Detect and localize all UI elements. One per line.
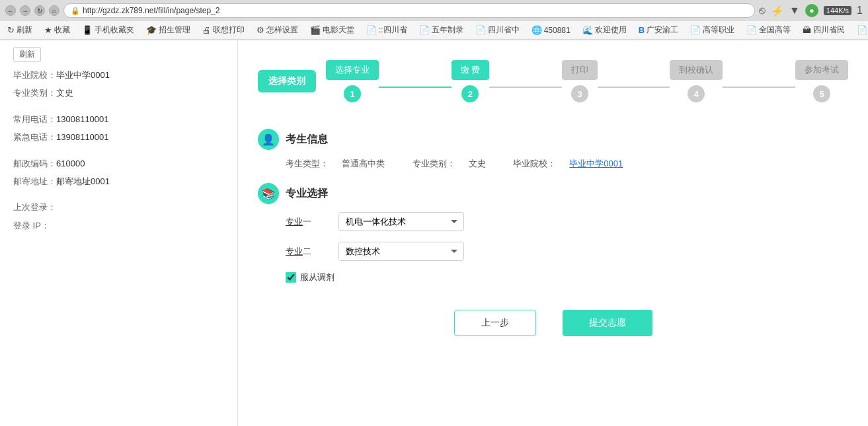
main-content: 选择类别 选择专业 1 缴 费 2 打印 3	[238, 40, 868, 426]
sidebar-postcode-value: 610000	[56, 159, 85, 168]
bm-refresh[interactable]: ↻ 刷新	[4, 23, 36, 37]
bm-guangan-label: 广安渝工	[647, 24, 678, 36]
bm-recruit-label: 招生管理	[159, 24, 190, 36]
wave-icon: 🌊	[582, 25, 593, 35]
step-progress: 选择类别 选择专业 1 缴 费 2 打印 3	[258, 53, 848, 109]
step-circle-3: 3	[571, 85, 588, 102]
b-icon: B	[639, 25, 645, 35]
bm-450881[interactable]: 🌐 450881	[528, 24, 574, 36]
lightning-icon[interactable]: ⚡	[771, 5, 784, 17]
step-label-5: 参加考试	[795, 60, 848, 80]
obey-checkbox[interactable]	[286, 272, 296, 283]
star-icon: ★	[44, 25, 52, 35]
bm-sichuan[interactable]: 📄 ::四川省	[363, 23, 411, 37]
major2-label: 专业二	[286, 246, 338, 258]
bm-settings[interactable]: ⚙ 怎样设置	[253, 23, 301, 37]
step-category: 选择类别	[258, 70, 316, 92]
major1-select[interactable]: 机电一体化技术数控技术计算机应用技术	[338, 212, 464, 231]
student-info-row: 考生类型：普通高中类 专业类别：文史 毕业院校：毕业中学0001	[286, 158, 848, 170]
toolbar-icons: ⎋ ⚡ ▼ ● 144K/s 1	[759, 4, 863, 17]
sidebar-phone-row: 常用电话：13008110001	[13, 112, 224, 127]
forward-button[interactable]: →	[20, 5, 30, 16]
bm-scmin[interactable]: 🏔 四川省民	[799, 23, 848, 37]
sidebar-emergency-value: 13908110001	[56, 132, 109, 142]
checkbox-label: 服从调剂	[300, 271, 335, 283]
sidebar-phone-value: 13008110001	[56, 114, 109, 124]
major1-group: 专业一 机电一体化技术数控技术计算机应用技术	[286, 212, 848, 231]
sidebar-school-value: 毕业中学0001	[56, 70, 110, 80]
step-line-3	[598, 87, 670, 88]
sidebar-lastlogin-row: 上次登录：	[13, 199, 224, 215]
step-item-3: 打印 3	[562, 60, 598, 102]
share-icon[interactable]: ⎋	[759, 5, 766, 17]
sidebar-subject-label: 专业类别：	[13, 88, 56, 98]
bm-chengdu[interactable]: 📄 成都市中	[853, 23, 868, 37]
back-button[interactable]: ←	[5, 5, 16, 16]
step-label-1: 选择专业	[326, 60, 379, 80]
sidebar-address-label: 邮寄地址：	[13, 176, 56, 186]
security-icon: 🔒	[71, 7, 80, 15]
speed-badge: 144K/s	[824, 6, 851, 15]
sidebar-refresh-button[interactable]: 刷新	[13, 47, 41, 62]
step-track: 选择专业 1 缴 费 2 打印 3 到校确认	[326, 60, 848, 102]
step-line-2	[489, 87, 562, 88]
bm-5year[interactable]: 📄 五年制录	[416, 23, 467, 37]
bm-sczh[interactable]: 📄 四川省中	[472, 23, 523, 37]
bm-print[interactable]: 🖨 联想打印	[199, 23, 248, 37]
step-label-2: 缴 费	[452, 60, 490, 80]
exam-type-value: 普通高中类	[342, 159, 385, 168]
button-row: 上一步 提交志愿	[258, 310, 848, 336]
step-label-4: 到校确认	[670, 60, 723, 80]
bm-national[interactable]: 📄 全国高等	[743, 23, 794, 37]
bm-higher[interactable]: 📄 高等职业	[687, 23, 738, 37]
bm-mobile-label: 手机收藏夹	[95, 24, 134, 36]
step-item-5: 参加考试 5	[795, 60, 848, 102]
sidebar-lastlogin-label: 上次登录：	[13, 202, 56, 212]
student-school-link[interactable]: 毕业中学0001	[569, 159, 623, 168]
bm-scmin-label: 四川省民	[813, 24, 845, 36]
major1-label-text: 专业	[286, 217, 303, 227]
step-line-1	[379, 87, 452, 88]
sidebar-address-value: 邮寄地址0001	[56, 176, 110, 186]
bm-higher-label: 高等职业	[703, 24, 734, 36]
wifi-icon: ●	[805, 4, 818, 17]
step-circle-4: 4	[688, 85, 705, 102]
prev-button[interactable]: 上一步	[454, 310, 536, 336]
address-bar[interactable]: 🔒 http://gzdz.zk789.net/fill/in/page/ste…	[63, 3, 755, 18]
bm-welcome-label: 欢迎使用	[595, 24, 627, 36]
major2-label-text: 专业	[286, 246, 303, 256]
student-subject-label: 专业类别：	[413, 159, 455, 168]
recruit-icon: 🎓	[146, 25, 157, 35]
major-select-section: 📚 专业选择 专业一 机电一体化技术数控技术计算机应用技术 专业二 数控技术机电…	[258, 183, 848, 283]
major2-select[interactable]: 数控技术机电一体化技术计算机应用技术	[338, 242, 464, 261]
checkbox-row: 服从调剂	[286, 271, 848, 283]
student-subject-value: 文史	[469, 159, 486, 168]
bm-movie[interactable]: 🎬 电影天堂	[307, 23, 358, 37]
bm-5year-label: 五年制录	[432, 24, 463, 36]
bookmarks-bar: ↻ 刷新 ★ 收藏 📱 手机收藏夹 🎓 招生管理 🖨 联想打印 ⚙ 怎样设置 🎬…	[0, 21, 868, 40]
submit-button[interactable]: 提交志愿	[563, 310, 652, 336]
doc-icon-1: 📄	[366, 25, 377, 35]
bm-mobile[interactable]: 📱 手机收藏夹	[79, 23, 138, 37]
sidebar-emergency-row: 紧急电话：13908110001	[13, 129, 224, 145]
sidebar-subject-value: 文史	[56, 88, 73, 98]
bm-movie-label: 电影天堂	[323, 24, 354, 36]
refresh-button[interactable]: ↻	[34, 5, 45, 16]
tab-count: 1	[857, 5, 863, 17]
globe-icon: 🌐	[532, 25, 542, 35]
doc-icon-6: 📄	[857, 25, 867, 35]
step-line-4	[723, 87, 795, 88]
bm-welcome[interactable]: 🌊 欢迎使用	[579, 23, 630, 37]
step-circle-5: 5	[813, 85, 830, 102]
bm-450881-label: 450881	[544, 26, 571, 35]
bm-collect[interactable]: ★ 收藏	[41, 23, 73, 37]
bm-refresh-label: 刷新	[17, 24, 32, 36]
sidebar-phone-label: 常用电话：	[13, 114, 56, 124]
bm-national-label: 全国高等	[759, 24, 791, 36]
bm-recruit[interactable]: 🎓 招生管理	[143, 23, 194, 37]
home-button[interactable]: ⌂	[49, 5, 59, 16]
url-text: http://gzdz.zk789.net/fill/in/page/step_…	[83, 6, 219, 15]
sidebar-subject-row: 专业类别：文史	[13, 85, 224, 100]
more-icon[interactable]: ▼	[789, 5, 800, 17]
bm-guangan[interactable]: B 广安渝工	[635, 23, 682, 37]
